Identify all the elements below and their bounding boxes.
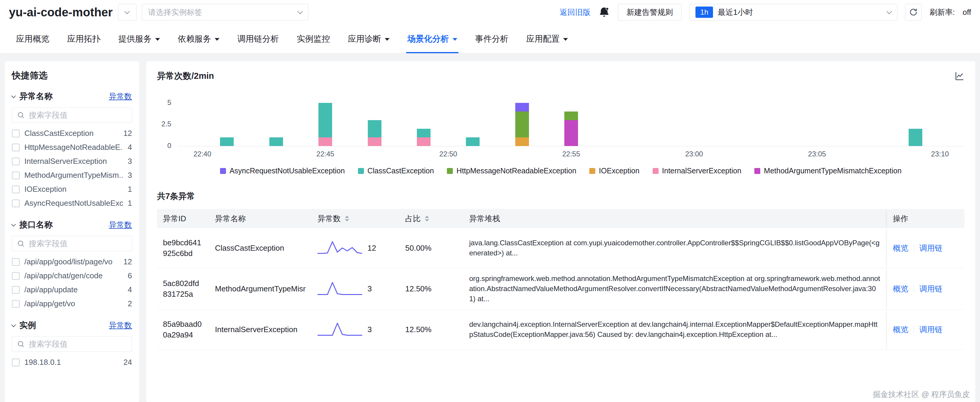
chart-bar[interactable]	[908, 129, 922, 146]
filter-item[interactable]: /api/app/good/list/page/vo 12	[12, 255, 132, 269]
filter-item[interactable]: AsyncRequestNotUsableExc... 1	[12, 196, 132, 210]
legend-label: InternalServerException	[662, 167, 741, 175]
exception-count-link[interactable]: 异常数	[109, 320, 132, 330]
caret-down-icon	[215, 38, 220, 41]
checkbox[interactable]	[12, 286, 20, 294]
col-header-exception-id: 异常ID	[157, 209, 209, 228]
chart-bar-segment	[515, 111, 529, 137]
legend-item[interactable]: AsyncRequestNotUsableException	[220, 167, 345, 175]
chart-bar[interactable]	[318, 103, 332, 146]
legend-item[interactable]: HttpMessageNotReadableException	[447, 167, 576, 175]
tab-app-config[interactable]: 应用配置	[517, 24, 577, 53]
sort-icon[interactable]	[425, 216, 429, 221]
exception-count-link[interactable]: 异常数	[109, 91, 132, 102]
chart-bar[interactable]	[269, 137, 283, 146]
chart-bar[interactable]	[515, 103, 529, 146]
legend-swatch	[589, 168, 595, 174]
tab-app-overview[interactable]: 应用概览	[7, 24, 58, 53]
sparkline	[318, 321, 362, 337]
filter-item-label: HttpMessageNotReadableE...	[24, 143, 123, 152]
legend-swatch	[653, 168, 659, 174]
chevron-down-icon[interactable]	[11, 322, 16, 327]
tab-label: 应用诊断	[348, 33, 381, 44]
quick-filter-sidebar: 快捷筛选 异常名称 异常数 ClassCastException 12 Http…	[5, 61, 139, 402]
trace-link[interactable]: 调用链	[920, 243, 943, 253]
tab-event-analysis[interactable]: 事件分析	[466, 24, 517, 53]
filter-item[interactable]: /api/app/update 4	[12, 283, 132, 297]
legend-item[interactable]: InternalServerException	[653, 167, 741, 175]
search-input[interactable]	[28, 110, 127, 120]
filter-item[interactable]: MethodArgumentTypeMism... 3	[12, 168, 132, 182]
chart-bar[interactable]	[368, 120, 382, 146]
search-input[interactable]	[28, 339, 127, 349]
chart-bar[interactable]	[417, 129, 431, 146]
filter-item[interactable]: IOException 1	[12, 182, 132, 196]
filter-item-count: 1	[128, 199, 132, 208]
back-to-old-version-link[interactable]: 返回旧版	[560, 7, 590, 17]
filter-item[interactable]: HttpMessageNotReadableE... 4	[12, 140, 132, 154]
table-row: 5ac802dfd831725a MethodArgumentTypeMisma…	[157, 268, 964, 310]
actions-cell: 概览 调用链	[887, 268, 964, 309]
filter-item[interactable]: InternalServerException 3	[12, 154, 132, 168]
filter-item[interactable]: 198.18.0.1 24	[12, 355, 132, 369]
tab-label: 调用链分析	[237, 33, 279, 44]
legend-label: ClassCastException	[368, 167, 434, 175]
checkbox[interactable]	[12, 144, 20, 151]
tab-dependent-services[interactable]: 依赖服务	[169, 24, 228, 53]
checkbox[interactable]	[12, 272, 20, 280]
trace-link[interactable]: 调用链	[920, 324, 943, 335]
filter-item[interactable]: /api/app/get/vo 2	[12, 297, 132, 311]
refresh-rate-value[interactable]: off	[963, 8, 971, 17]
checkbox[interactable]	[12, 172, 20, 179]
checkbox[interactable]	[12, 359, 20, 366]
checkbox[interactable]	[12, 130, 20, 137]
trace-link[interactable]: 调用链	[920, 284, 943, 294]
refresh-button[interactable]	[905, 4, 922, 21]
tab-app-topology[interactable]: 应用拓扑	[58, 24, 110, 53]
overview-link[interactable]: 概览	[893, 243, 908, 253]
x-tick-label: 23:05	[808, 150, 826, 158]
chart-bar[interactable]	[564, 111, 578, 146]
overview-link[interactable]: 概览	[893, 324, 908, 335]
chevron-down-icon[interactable]	[11, 93, 16, 98]
exception-count-cell: 12	[312, 228, 399, 268]
sort-icon[interactable]	[345, 216, 349, 221]
filter-section-instance: 实例 异常数 198.18.0.1 24	[12, 319, 132, 369]
legend-item[interactable]: IOException	[589, 167, 639, 175]
time-range-select[interactable]: 1h 最近1小时	[689, 4, 897, 21]
tab-app-diagnostics[interactable]: 应用诊断	[339, 24, 398, 53]
chevron-down-icon[interactable]	[11, 222, 16, 227]
instance-tag-select[interactable]: 请选择实例标签	[142, 4, 308, 21]
filter-item-count: 3	[128, 157, 132, 166]
checkbox[interactable]	[12, 200, 20, 207]
exception-count-link[interactable]: 异常数	[109, 220, 132, 230]
filter-item[interactable]: ClassCastException 12	[12, 126, 132, 140]
overview-link[interactable]: 概览	[893, 284, 908, 294]
tab-trace-analysis[interactable]: 调用链分析	[228, 24, 288, 53]
filter-section-exception-name: 异常名称 异常数 ClassCastException 12 HttpMessa…	[12, 91, 132, 210]
chart-bar-segment	[318, 137, 332, 146]
legend-item[interactable]: MethodArgumentTypeMismatchException	[754, 167, 902, 175]
section-title: 接口名称	[19, 219, 105, 230]
new-alert-rule-button[interactable]: 新建告警规则	[618, 4, 681, 21]
checkbox[interactable]	[12, 157, 20, 165]
app-switcher-button[interactable]	[118, 4, 137, 21]
legend-item[interactable]: ClassCastException	[358, 167, 434, 175]
main-nav: 应用概览 应用拓扑 提供服务 依赖服务 调用链分析 实例监控 应用诊断 场景化分…	[0, 24, 980, 54]
chart-bar[interactable]	[466, 137, 480, 146]
tab-provided-services[interactable]: 提供服务	[110, 24, 169, 53]
checkbox[interactable]	[12, 186, 20, 193]
filter-item[interactable]: /api/app/chat/gen/code 6	[12, 269, 132, 283]
section-title: 实例	[19, 319, 105, 331]
checkbox[interactable]	[12, 258, 20, 266]
checkbox[interactable]	[12, 300, 20, 308]
chart-bar[interactable]	[220, 137, 234, 146]
time-range-label: 最近1小时	[718, 7, 883, 17]
line-chart-icon[interactable]	[955, 71, 964, 81]
search-input[interactable]	[28, 239, 127, 249]
tab-scenario-analysis[interactable]: 场景化分析	[398, 24, 466, 53]
tab-instance-monitoring[interactable]: 实例监控	[288, 24, 339, 53]
bell-icon[interactable]	[598, 6, 610, 18]
x-axis: 22:4022:4522:5022:5523:0023:0523:10	[178, 146, 964, 159]
exception-id: 85a9baad00a29a94	[163, 319, 203, 340]
